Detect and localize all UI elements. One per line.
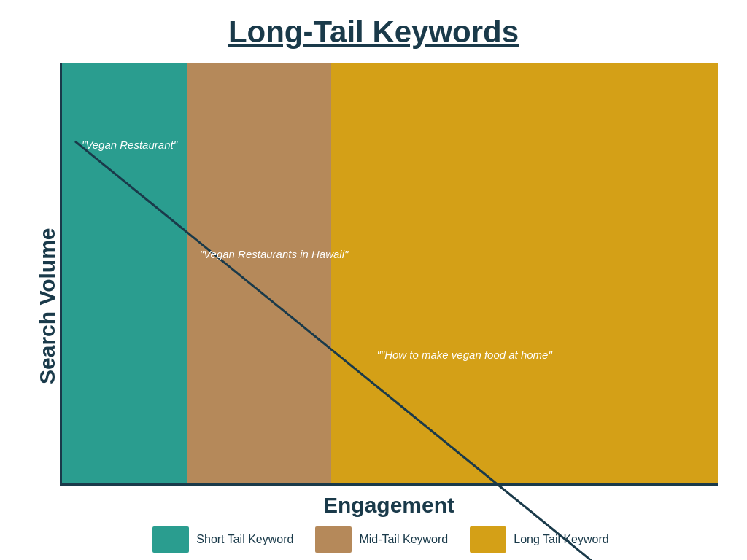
x-axis-label: Engagement [60,486,718,521]
short-tail-swatch [152,526,189,553]
chart-area: Search Volume "Vegan Restaurant" "Vegan … [29,63,718,521]
short-tail-band [62,63,187,483]
long-tail-band [331,63,718,483]
mid-tail-band [187,63,331,483]
short-tail-legend-label: Short Tail Keyword [196,533,293,546]
long-tail-legend-label: Long Tail Keyword [514,533,608,546]
chart-and-xaxis: "Vegan Restaurant" "Vegan Restaurants in… [60,63,718,521]
chart-wrapper: "Vegan Restaurant" "Vegan Restaurants in… [60,63,718,486]
y-axis-label: Search Volume [29,63,60,521]
mid-tail-legend-label: Mid-Tail Keyword [359,533,448,546]
legend: Short Tail Keyword Mid-Tail Keyword Long… [138,526,608,553]
page-container: Long-Tail Keywords Search Volume "Vegan … [0,0,747,560]
legend-item-long: Long Tail Keyword [470,526,608,553]
mid-tail-swatch [315,526,352,553]
long-tail-swatch [470,526,506,553]
page-title: Long-Tail Keywords [228,15,519,50]
chart-bands [62,63,718,483]
legend-item-mid: Mid-Tail Keyword [315,526,448,553]
legend-item-short: Short Tail Keyword [152,526,293,553]
